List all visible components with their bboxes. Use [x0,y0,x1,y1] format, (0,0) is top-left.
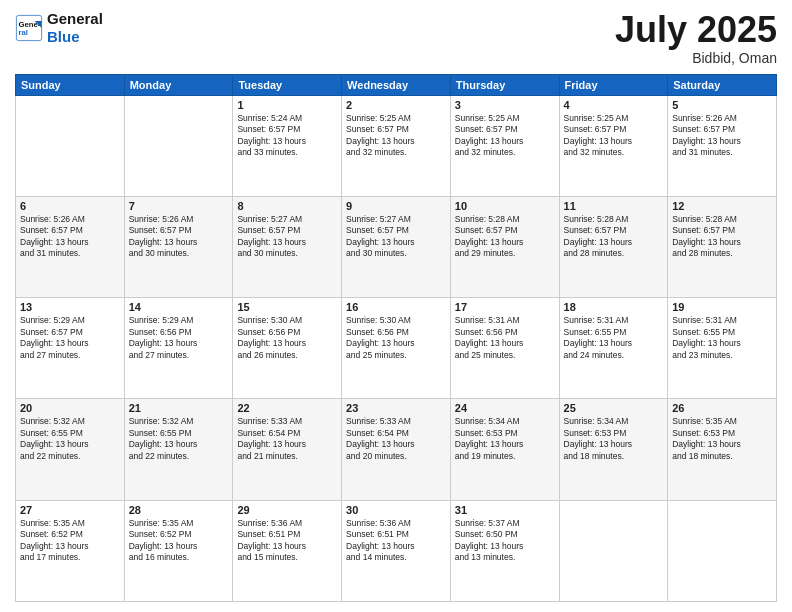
day-number: 1 [237,99,337,111]
calendar-cell: 25Sunrise: 5:34 AM Sunset: 6:53 PM Dayli… [559,399,668,500]
calendar-cell: 18Sunrise: 5:31 AM Sunset: 6:55 PM Dayli… [559,298,668,399]
weekday-header-friday: Friday [559,74,668,95]
day-info: Sunrise: 5:26 AM Sunset: 6:57 PM Dayligh… [129,214,229,260]
page: Gene- ral GeneralBlue July 2025 Bidbid, … [0,0,792,612]
calendar-cell: 9Sunrise: 5:27 AM Sunset: 6:57 PM Daylig… [342,196,451,297]
day-number: 29 [237,504,337,516]
day-number: 16 [346,301,446,313]
day-info: Sunrise: 5:29 AM Sunset: 6:57 PM Dayligh… [20,315,120,361]
header: Gene- ral GeneralBlue July 2025 Bidbid, … [15,10,777,66]
day-info: Sunrise: 5:26 AM Sunset: 6:57 PM Dayligh… [672,113,772,159]
day-info: Sunrise: 5:28 AM Sunset: 6:57 PM Dayligh… [672,214,772,260]
day-info: Sunrise: 5:28 AM Sunset: 6:57 PM Dayligh… [455,214,555,260]
location-subtitle: Bidbid, Oman [615,50,777,66]
day-number: 23 [346,402,446,414]
weekday-header-monday: Monday [124,74,233,95]
day-info: Sunrise: 5:35 AM Sunset: 6:53 PM Dayligh… [672,416,772,462]
calendar-cell: 3Sunrise: 5:25 AM Sunset: 6:57 PM Daylig… [450,95,559,196]
weekday-header-wednesday: Wednesday [342,74,451,95]
month-title: July 2025 [615,10,777,50]
calendar-cell: 17Sunrise: 5:31 AM Sunset: 6:56 PM Dayli… [450,298,559,399]
day-number: 8 [237,200,337,212]
day-number: 4 [564,99,664,111]
calendar-cell: 6Sunrise: 5:26 AM Sunset: 6:57 PM Daylig… [16,196,125,297]
day-info: Sunrise: 5:32 AM Sunset: 6:55 PM Dayligh… [129,416,229,462]
day-info: Sunrise: 5:24 AM Sunset: 6:57 PM Dayligh… [237,113,337,159]
day-info: Sunrise: 5:31 AM Sunset: 6:55 PM Dayligh… [564,315,664,361]
calendar-cell: 15Sunrise: 5:30 AM Sunset: 6:56 PM Dayli… [233,298,342,399]
day-info: Sunrise: 5:36 AM Sunset: 6:51 PM Dayligh… [346,518,446,564]
day-number: 25 [564,402,664,414]
week-row-3: 13Sunrise: 5:29 AM Sunset: 6:57 PM Dayli… [16,298,777,399]
day-info: Sunrise: 5:37 AM Sunset: 6:50 PM Dayligh… [455,518,555,564]
calendar-table: SundayMondayTuesdayWednesdayThursdayFrid… [15,74,777,602]
day-number: 7 [129,200,229,212]
day-number: 28 [129,504,229,516]
day-number: 30 [346,504,446,516]
day-number: 18 [564,301,664,313]
day-info: Sunrise: 5:25 AM Sunset: 6:57 PM Dayligh… [564,113,664,159]
day-number: 22 [237,402,337,414]
day-info: Sunrise: 5:35 AM Sunset: 6:52 PM Dayligh… [20,518,120,564]
calendar-cell [16,95,125,196]
day-number: 9 [346,200,446,212]
svg-text:Gene-: Gene- [19,20,41,29]
week-row-2: 6Sunrise: 5:26 AM Sunset: 6:57 PM Daylig… [16,196,777,297]
day-number: 15 [237,301,337,313]
day-number: 27 [20,504,120,516]
day-info: Sunrise: 5:34 AM Sunset: 6:53 PM Dayligh… [455,416,555,462]
day-info: Sunrise: 5:27 AM Sunset: 6:57 PM Dayligh… [346,214,446,260]
calendar-cell: 20Sunrise: 5:32 AM Sunset: 6:55 PM Dayli… [16,399,125,500]
week-row-5: 27Sunrise: 5:35 AM Sunset: 6:52 PM Dayli… [16,500,777,601]
day-number: 26 [672,402,772,414]
logo: Gene- ral GeneralBlue [15,10,103,46]
day-number: 2 [346,99,446,111]
week-row-4: 20Sunrise: 5:32 AM Sunset: 6:55 PM Dayli… [16,399,777,500]
calendar-cell: 22Sunrise: 5:33 AM Sunset: 6:54 PM Dayli… [233,399,342,500]
day-info: Sunrise: 5:31 AM Sunset: 6:55 PM Dayligh… [672,315,772,361]
calendar-cell: 26Sunrise: 5:35 AM Sunset: 6:53 PM Dayli… [668,399,777,500]
calendar-cell: 8Sunrise: 5:27 AM Sunset: 6:57 PM Daylig… [233,196,342,297]
day-number: 3 [455,99,555,111]
day-info: Sunrise: 5:28 AM Sunset: 6:57 PM Dayligh… [564,214,664,260]
day-info: Sunrise: 5:31 AM Sunset: 6:56 PM Dayligh… [455,315,555,361]
day-info: Sunrise: 5:33 AM Sunset: 6:54 PM Dayligh… [346,416,446,462]
calendar-cell: 21Sunrise: 5:32 AM Sunset: 6:55 PM Dayli… [124,399,233,500]
weekday-header-sunday: Sunday [16,74,125,95]
day-info: Sunrise: 5:32 AM Sunset: 6:55 PM Dayligh… [20,416,120,462]
svg-text:ral: ral [19,28,28,37]
day-number: 24 [455,402,555,414]
title-block: July 2025 Bidbid, Oman [615,10,777,66]
weekday-header-tuesday: Tuesday [233,74,342,95]
calendar-cell: 16Sunrise: 5:30 AM Sunset: 6:56 PM Dayli… [342,298,451,399]
day-number: 6 [20,200,120,212]
calendar-cell: 24Sunrise: 5:34 AM Sunset: 6:53 PM Dayli… [450,399,559,500]
logo-text: GeneralBlue [47,10,103,46]
weekday-header-row: SundayMondayTuesdayWednesdayThursdayFrid… [16,74,777,95]
day-info: Sunrise: 5:25 AM Sunset: 6:57 PM Dayligh… [346,113,446,159]
calendar-cell: 2Sunrise: 5:25 AM Sunset: 6:57 PM Daylig… [342,95,451,196]
calendar-cell: 5Sunrise: 5:26 AM Sunset: 6:57 PM Daylig… [668,95,777,196]
calendar-cell [668,500,777,601]
day-info: Sunrise: 5:33 AM Sunset: 6:54 PM Dayligh… [237,416,337,462]
day-info: Sunrise: 5:29 AM Sunset: 6:56 PM Dayligh… [129,315,229,361]
day-number: 11 [564,200,664,212]
calendar-cell [124,95,233,196]
calendar-cell: 12Sunrise: 5:28 AM Sunset: 6:57 PM Dayli… [668,196,777,297]
week-row-1: 1Sunrise: 5:24 AM Sunset: 6:57 PM Daylig… [16,95,777,196]
day-number: 17 [455,301,555,313]
calendar-cell: 11Sunrise: 5:28 AM Sunset: 6:57 PM Dayli… [559,196,668,297]
calendar-cell: 30Sunrise: 5:36 AM Sunset: 6:51 PM Dayli… [342,500,451,601]
calendar-cell [559,500,668,601]
day-number: 12 [672,200,772,212]
day-info: Sunrise: 5:34 AM Sunset: 6:53 PM Dayligh… [564,416,664,462]
day-number: 13 [20,301,120,313]
day-number: 5 [672,99,772,111]
calendar-cell: 19Sunrise: 5:31 AM Sunset: 6:55 PM Dayli… [668,298,777,399]
day-info: Sunrise: 5:36 AM Sunset: 6:51 PM Dayligh… [237,518,337,564]
calendar-cell: 7Sunrise: 5:26 AM Sunset: 6:57 PM Daylig… [124,196,233,297]
weekday-header-thursday: Thursday [450,74,559,95]
calendar-cell: 28Sunrise: 5:35 AM Sunset: 6:52 PM Dayli… [124,500,233,601]
calendar-cell: 14Sunrise: 5:29 AM Sunset: 6:56 PM Dayli… [124,298,233,399]
calendar-cell: 1Sunrise: 5:24 AM Sunset: 6:57 PM Daylig… [233,95,342,196]
